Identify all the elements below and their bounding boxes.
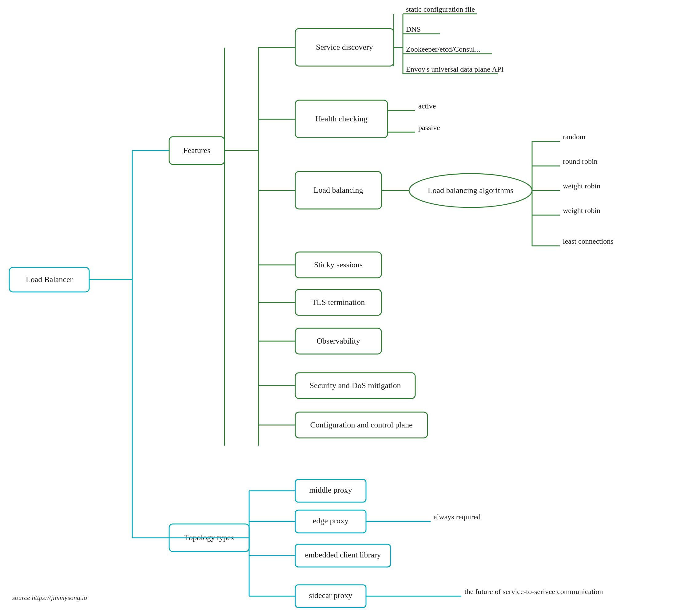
security-label: Security and DoS mitigation (310, 381, 401, 390)
middle-proxy-label: middle proxy (309, 486, 352, 495)
root-label: Load Balancer (26, 275, 73, 284)
weight-robin2-label: weight robin (563, 206, 600, 215)
round-robin-label: round robin (563, 157, 598, 165)
config-plane-label: Configuration and control plane (310, 420, 413, 429)
source-text: source https://jimmysong.io (12, 594, 87, 602)
health-checking-label: Health checking (315, 114, 367, 123)
envoy-label: Envoy's universal data plane API (406, 65, 504, 73)
embedded-client-label: embedded client library (305, 550, 381, 559)
static-config-label: static configuration file (406, 5, 475, 13)
lb-algorithms-label: Load balancing algorithms (428, 186, 514, 195)
edge-proxy-label: edge proxy (313, 516, 349, 525)
zookeeper-label: Zookeeper/etcd/Consul... (406, 45, 480, 53)
least-connections-label: least connections (563, 237, 614, 245)
load-balancing-label: Load balancing (314, 186, 363, 194)
features-label: Features (183, 146, 210, 155)
always-required-label: always required (434, 513, 481, 521)
sidecar-proxy-label: sidecar proxy (309, 591, 352, 600)
dns-label: DNS (406, 25, 421, 33)
weight-robin1-label: weight robin (563, 182, 600, 190)
sticky-sessions-label: Sticky sessions (314, 260, 363, 269)
future-note-label: the future of service-to-serivce communi… (464, 588, 603, 596)
passive-label: passive (418, 124, 440, 131)
tls-termination-label: TLS termination (312, 298, 365, 307)
random-label: random (563, 133, 586, 141)
observability-label: Observability (316, 336, 360, 345)
service-discovery-label: Service discovery (316, 43, 373, 52)
active-label: active (418, 102, 436, 110)
